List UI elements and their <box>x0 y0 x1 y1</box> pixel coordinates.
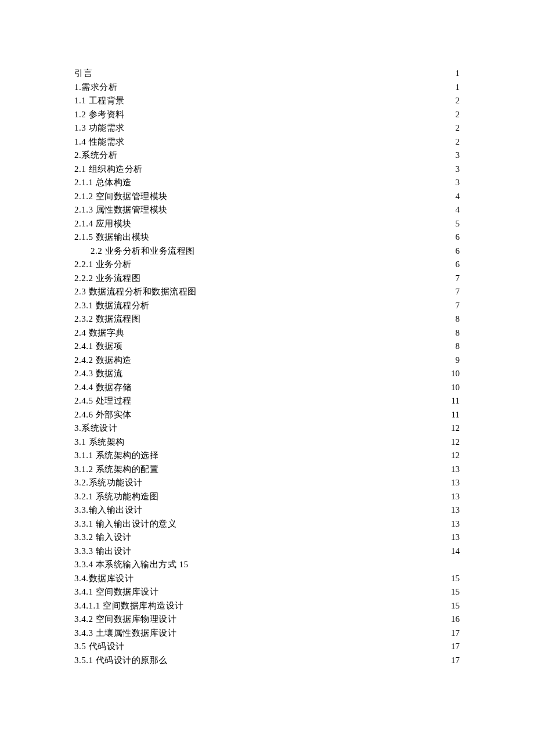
toc-title: 2.1 组织构造分析 <box>74 163 143 177</box>
toc-title: 2.2.1 业务分析 <box>74 258 132 272</box>
toc-title: 引言 <box>74 67 92 81</box>
toc-page-number: 13 <box>450 531 460 545</box>
toc-page-number: 17 <box>450 654 460 668</box>
toc-entry[interactable]: 2.1.1 总体构造3 <box>74 176 460 190</box>
toc-title: 1.1 工程背景 <box>74 94 125 108</box>
toc-entry[interactable]: 2.1.5 数据输出模块6 <box>74 231 460 244</box>
toc-entry[interactable]: 3.1 系统架构12 <box>74 435 460 449</box>
toc-entry[interactable]: 3.3.输入输出设计13 <box>74 503 460 517</box>
toc-entry[interactable]: 3.2.1 系统功能构造图13 <box>74 490 460 504</box>
toc-title: 3.4.1 空间数据库设计 <box>74 585 158 599</box>
toc-entry[interactable]: 3.4.数据库设计15 <box>74 572 460 586</box>
toc-title: 3.3.3 输出设计 <box>74 545 132 559</box>
toc-entry[interactable]: 3.3.3 输出设计14 <box>74 545 460 559</box>
toc-entry[interactable]: 3.系统设计12 <box>74 422 460 435</box>
toc-entry[interactable]: 3.5.1 代码设计的原那么17 <box>74 654 460 668</box>
toc-entry[interactable]: 2.4.6 外部实体11 <box>74 408 460 422</box>
toc-entry[interactable]: 3.4.1 空间数据库设计15 <box>74 585 460 599</box>
toc-title: 2.系统分析 <box>74 149 117 163</box>
toc-page-number: 3 <box>454 163 460 177</box>
toc-entry[interactable]: 3.3.1 输入输出设计的意义13 <box>74 517 460 531</box>
toc-page-number: 13 <box>450 476 460 490</box>
toc-title: 3.3.2 输入设计 <box>74 531 132 545</box>
toc-title: 2.3.1 数据流程分析 <box>74 299 150 313</box>
toc-entry[interactable]: 2.4.2 数据构造9 <box>74 354 460 368</box>
toc-entry[interactable]: 2.4 数据字典8 <box>74 326 460 340</box>
toc-entry[interactable]: 2.1.4 应用模块5 <box>74 217 460 231</box>
toc-entry[interactable]: 1.2 参考资料2 <box>74 108 460 122</box>
toc-page-number: 13 <box>450 463 460 477</box>
toc-entry[interactable]: 2.2 业务分析和业务流程图6 <box>74 244 460 258</box>
toc-page-number: 15 <box>450 599 460 613</box>
toc-title: 2.4.4 数据存储 <box>74 381 132 395</box>
toc-page-number: 8 <box>454 312 460 326</box>
toc-entry[interactable]: 3.3.4 本系统输入输出方式 15 <box>74 558 460 572</box>
toc-page-number: 15 <box>450 585 460 599</box>
toc-title: 3.5 代码设计 <box>74 640 125 654</box>
toc-entry[interactable]: 1.4 性能需求2 <box>74 135 460 149</box>
toc-title: 3.3.输入输出设计 <box>74 503 143 517</box>
toc-title: 2.4.1 数据项 <box>74 340 122 354</box>
toc-page-number: 1 <box>454 81 460 95</box>
toc-title: 2.3.2 数据流程图 <box>74 312 140 326</box>
toc-entry[interactable]: 2.1 组织构造分析3 <box>74 163 460 177</box>
toc-entry[interactable]: 3.1.1 系统架构的选择12 <box>74 449 460 463</box>
toc-entry[interactable]: 2.3.1 数据流程分析7 <box>74 299 460 313</box>
toc-title: 1.4 性能需求 <box>74 135 125 149</box>
toc-page-number: 4 <box>454 203 460 217</box>
toc-entry[interactable]: 2.4.4 数据存储10 <box>74 381 460 395</box>
toc-entry[interactable]: 1.需求分析1 <box>74 81 460 95</box>
toc-title: 3.1.2 系统架构的配置 <box>74 463 158 477</box>
toc-entry[interactable]: 3.4.1.1 空间数据库构造设计15 <box>74 599 460 613</box>
toc-page-number: 8 <box>454 326 460 340</box>
toc-entry[interactable]: 3.2.系统功能设计13 <box>74 476 460 490</box>
toc-entry[interactable]: 2.2.1 业务分析6 <box>74 258 460 272</box>
toc-entry[interactable]: 2.2.2 业务流程图7 <box>74 272 460 286</box>
toc-entry[interactable]: 引言1 <box>74 67 460 81</box>
toc-entry[interactable]: 2.4.1 数据项8 <box>74 340 460 354</box>
toc-entry[interactable]: 1.3 功能需求2 <box>74 121 460 135</box>
toc-page-number: 9 <box>454 354 460 368</box>
toc-entry[interactable]: 3.4.2 空间数据库物理设计16 <box>74 613 460 627</box>
toc-entry[interactable]: 1.1 工程背景2 <box>74 94 460 108</box>
toc-page-number: 13 <box>450 517 460 531</box>
toc-title: 1.3 功能需求 <box>74 121 125 135</box>
toc-title: 3.2.系统功能设计 <box>74 476 143 490</box>
toc-page-number: 12 <box>450 422 460 435</box>
toc-page-number: 2 <box>454 121 460 135</box>
toc-page-number: 13 <box>450 490 460 504</box>
toc-entry[interactable]: 3.3.2 输入设计13 <box>74 531 460 545</box>
toc-page-number: 8 <box>454 340 460 354</box>
toc-entry[interactable]: 2.4.3 数据流10 <box>74 367 460 381</box>
toc-title: 3.系统设计 <box>74 422 117 435</box>
toc-page-number: 12 <box>450 435 460 449</box>
toc-entry[interactable]: 3.1.2 系统架构的配置13 <box>74 463 460 477</box>
toc-entry[interactable]: 3.4.3 土壤属性数据库设计17 <box>74 627 460 640</box>
toc-entry[interactable]: 2.3.2 数据流程图8 <box>74 312 460 326</box>
toc-title: 2.1.1 总体构造 <box>74 176 132 190</box>
toc-title: 2.4.6 外部实体 <box>74 408 132 422</box>
toc-entry[interactable]: 2.1.2 空间数据管理模块4 <box>74 190 460 204</box>
toc-title: 1.2 参考资料 <box>74 108 125 122</box>
toc-title: 2.4 数据字典 <box>74 326 125 340</box>
toc-title: 3.4.1.1 空间数据库构造设计 <box>74 599 184 613</box>
toc-page-number: 17 <box>450 640 460 654</box>
toc-page-number: 2 <box>454 108 460 122</box>
toc-entry[interactable]: 2.4.5 处理过程11 <box>74 394 460 408</box>
toc-title: 2.1.3 属性数据管理模块 <box>74 203 168 217</box>
toc-title: 3.3.4 本系统输入输出方式 15 <box>74 560 189 569</box>
toc-page-number: 6 <box>454 244 460 258</box>
toc-page-number: 14 <box>450 545 460 559</box>
toc-entry[interactable]: 2.1.3 属性数据管理模块4 <box>74 203 460 217</box>
table-of-contents: 引言11.需求分析11.1 工程背景21.2 参考资料21.3 功能需求21.4… <box>74 67 460 667</box>
toc-title: 3.2.1 系统功能构造图 <box>74 490 158 504</box>
toc-page-number: 3 <box>454 149 460 163</box>
toc-title: 3.1 系统架构 <box>74 435 125 449</box>
toc-page-number: 2 <box>454 94 460 108</box>
toc-entry[interactable]: 2.系统分析3 <box>74 149 460 163</box>
toc-entry[interactable]: 3.5 代码设计17 <box>74 640 460 654</box>
toc-entry[interactable]: 2.3 数据流程分析和数据流程图7 <box>74 285 460 299</box>
toc-page-number: 5 <box>454 217 460 231</box>
toc-title: 2.4.3 数据流 <box>74 367 122 381</box>
toc-title: 2.4.2 数据构造 <box>74 354 132 368</box>
